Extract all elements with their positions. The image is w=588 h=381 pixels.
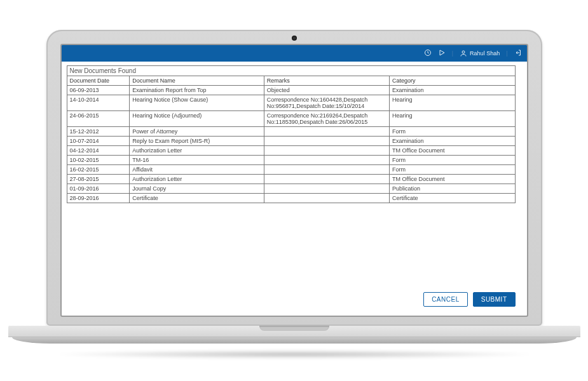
- cell-category: Form: [390, 127, 515, 137]
- table-row[interactable]: 01-09-2016Journal CopyPublication: [67, 184, 515, 194]
- documents-table: Document Date Document Name Remarks Cate…: [67, 76, 516, 203]
- cell-category: Publication: [390, 184, 515, 194]
- base-bottom: [12, 337, 577, 344]
- table-row[interactable]: 27-08-2015Authorization LetterTM Office …: [67, 175, 515, 184]
- cell-date: 10-02-2015: [67, 156, 130, 165]
- cell-name: Journal Copy: [130, 184, 264, 194]
- cell-remarks: [264, 146, 389, 156]
- cell-category: Hearing: [390, 95, 515, 111]
- cell-remarks: [264, 127, 389, 137]
- cell-date: 14-10-2014: [67, 95, 130, 111]
- separator: |: [506, 50, 507, 57]
- cell-remarks: Correspondence No:2169264,Despatch No:11…: [264, 111, 389, 127]
- table-header-row: Document Date Document Name Remarks Cate…: [67, 76, 515, 86]
- col-name: Document Name: [130, 76, 264, 86]
- cell-category: TM Office Document: [390, 146, 515, 156]
- cell-name: Examination Report from Top: [130, 86, 264, 95]
- cell-date: 04-12-2014: [67, 146, 130, 156]
- cell-remarks: [264, 184, 389, 194]
- cell-category: Certificate: [390, 194, 515, 203]
- cell-date: 16-02-2015: [67, 165, 130, 175]
- separator: |: [452, 50, 453, 57]
- exit-icon[interactable]: [514, 49, 522, 58]
- cell-category: TM Office Document: [390, 175, 515, 184]
- table-row[interactable]: 10-07-2014Reply to Exam Report (MIS-R)Ex…: [67, 137, 515, 146]
- cell-date: 06-09-2013: [67, 86, 130, 95]
- cell-name: Affidavit: [130, 165, 264, 175]
- col-date: Document Date: [67, 76, 130, 86]
- col-category: Category: [390, 76, 515, 86]
- clock-icon[interactable]: [424, 49, 432, 58]
- col-remarks: Remarks: [264, 76, 389, 86]
- app-screen: | Rahul Shah | New Documents Found Docum…: [60, 44, 528, 317]
- camera-dot: [292, 36, 297, 41]
- cell-date: 15-12-2012: [67, 127, 130, 137]
- base-shadow: [51, 350, 537, 359]
- cell-date: 01-09-2016: [67, 184, 130, 194]
- username-label: Rahul Shah: [470, 50, 500, 57]
- panel-title: New Documents Found: [67, 65, 516, 76]
- play-icon[interactable]: [438, 49, 446, 58]
- table-row[interactable]: 15-12-2012Power of AttorneyForm: [67, 127, 515, 137]
- cell-category: Examination: [390, 86, 515, 95]
- cell-name: Hearing Notice (Show Cause): [130, 95, 264, 111]
- topbar: | Rahul Shah |: [62, 45, 527, 62]
- cell-remarks: [264, 194, 389, 203]
- user-icon: [460, 50, 467, 57]
- laptop-mockup: | Rahul Shah | New Documents Found Docum…: [46, 30, 542, 351]
- cell-name: TM-16: [130, 156, 264, 165]
- action-bar: CANCEL SUBMIT: [62, 283, 527, 316]
- laptop-base: [8, 326, 580, 351]
- cell-category: Hearing: [390, 111, 515, 127]
- table-row[interactable]: 06-09-2013Examination Report from TopObj…: [67, 86, 515, 95]
- cell-date: 24-06-2015: [67, 111, 130, 127]
- cell-category: Form: [390, 165, 515, 175]
- table-row[interactable]: 28-09-2016CertificateCertificate: [67, 194, 515, 203]
- submit-button[interactable]: SUBMIT: [473, 292, 516, 307]
- trackpad-notch: [259, 326, 329, 331]
- cell-date: 28-09-2016: [67, 194, 130, 203]
- cell-name: Reply to Exam Report (MIS-R): [130, 137, 264, 146]
- cell-category: Form: [390, 156, 515, 165]
- cell-name: Authorization Letter: [130, 146, 264, 156]
- table-row[interactable]: 10-02-2015TM-16Form: [67, 156, 515, 165]
- cell-date: 10-07-2014: [67, 137, 130, 146]
- content-area: New Documents Found Document Date Docume…: [62, 62, 527, 283]
- cancel-button[interactable]: CANCEL: [423, 292, 468, 307]
- cell-date: 27-08-2015: [67, 175, 130, 184]
- cell-remarks: [264, 137, 389, 146]
- cell-name: Authorization Letter: [130, 175, 264, 184]
- cell-remarks: Correspondence No:1604428,Despatch No:95…: [264, 95, 389, 111]
- cell-remarks: Objected: [264, 86, 389, 95]
- user-menu[interactable]: Rahul Shah: [460, 50, 500, 57]
- screen-bezel: | Rahul Shah | New Documents Found Docum…: [46, 30, 542, 326]
- cell-name: Certificate: [130, 194, 264, 203]
- cell-remarks: [264, 175, 389, 184]
- table-row[interactable]: 24-06-2015Hearing Notice (Adjourned)Corr…: [67, 111, 515, 127]
- table-row[interactable]: 04-12-2014Authorization LetterTM Office …: [67, 146, 515, 156]
- base-top: [8, 326, 580, 337]
- cell-remarks: [264, 156, 389, 165]
- table-row[interactable]: 14-10-2014Hearing Notice (Show Cause)Cor…: [67, 95, 515, 111]
- cell-name: Power of Attorney: [130, 127, 264, 137]
- cell-name: Hearing Notice (Adjourned): [130, 111, 264, 127]
- cell-category: Examination: [390, 137, 515, 146]
- svg-point-2: [462, 51, 465, 53]
- svg-marker-1: [440, 50, 444, 55]
- table-row[interactable]: 16-02-2015AffidavitForm: [67, 165, 515, 175]
- cell-remarks: [264, 165, 389, 175]
